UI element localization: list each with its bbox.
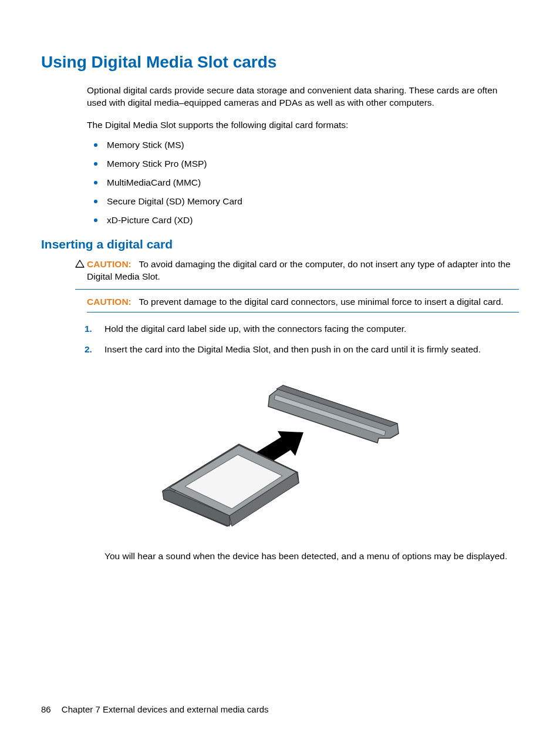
caution-label: CAUTION: <box>87 297 131 307</box>
caution-block-1: CAUTION: To avoid damaging the digital c… <box>75 258 519 290</box>
step-text: Hold the digital card label side up, wit… <box>104 324 406 334</box>
caution-block-2: CAUTION: To prevent damage to the digita… <box>87 297 519 312</box>
subheading-inserting: Inserting a digital card <box>41 237 519 251</box>
list-item: Memory Stick Pro (MSP) <box>87 159 519 169</box>
step-number: 1. <box>85 323 92 335</box>
step-item: 1. Hold the digital card label side up, … <box>79 323 519 335</box>
list-item: xD-Picture Card (XD) <box>87 215 519 226</box>
step-number: 2. <box>85 344 92 356</box>
intro-paragraph: Optional digital cards provide secure da… <box>87 85 519 109</box>
step-text: Insert the card into the Digital Media S… <box>104 344 481 354</box>
steps-list: 1. Hold the digital card label side up, … <box>79 323 519 356</box>
lead-paragraph: The Digital Media Slot supports the foll… <box>87 120 519 130</box>
caution-label: CAUTION: <box>87 259 131 269</box>
list-item: Memory Stick (MS) <box>87 140 519 150</box>
chapter-label: Chapter 7 External devices and external … <box>62 704 269 714</box>
format-list: Memory Stick (MS) Memory Stick Pro (MSP)… <box>87 140 519 226</box>
caution-text-1: To avoid damaging the digital card or th… <box>87 259 511 281</box>
insert-card-illustration <box>41 368 519 535</box>
after-figure-text: You will hear a sound when the device ha… <box>104 551 519 562</box>
list-item: Secure Digital (SD) Memory Card <box>87 196 519 207</box>
page-title: Using Digital Media Slot cards <box>41 53 519 72</box>
list-item: MultiMediaCard (MMC) <box>87 177 519 188</box>
page-footer: 86 Chapter 7 External devices and extern… <box>41 704 269 714</box>
step-item: 2. Insert the card into the Digital Medi… <box>79 344 519 356</box>
caution-text-2: To prevent damage to the digital card co… <box>139 297 503 307</box>
page-number: 86 <box>41 704 51 714</box>
caution-triangle-icon <box>75 260 87 270</box>
